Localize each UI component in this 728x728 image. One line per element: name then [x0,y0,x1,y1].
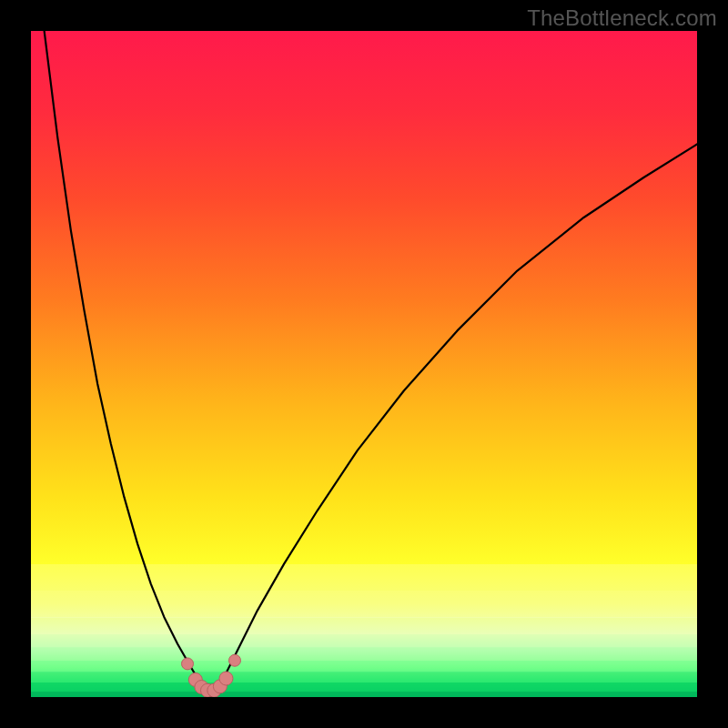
marker-point [219,672,233,685]
marker-point [228,654,240,666]
chart-container: TheBottleneck.com [0,0,728,728]
watermark-text: TheBottleneck.com [527,5,717,31]
green-band-overlay [31,564,697,697]
svg-rect-5 [31,647,697,661]
svg-rect-2 [31,591,697,618]
svg-rect-8 [31,682,697,693]
marker-point [182,658,194,670]
svg-rect-9 [31,692,697,697]
svg-rect-3 [31,617,697,634]
chart-svg [31,31,697,697]
plot-area [31,31,697,697]
svg-rect-4 [31,634,697,648]
svg-rect-6 [31,661,697,672]
svg-rect-7 [31,672,697,682]
svg-rect-1 [31,564,697,592]
